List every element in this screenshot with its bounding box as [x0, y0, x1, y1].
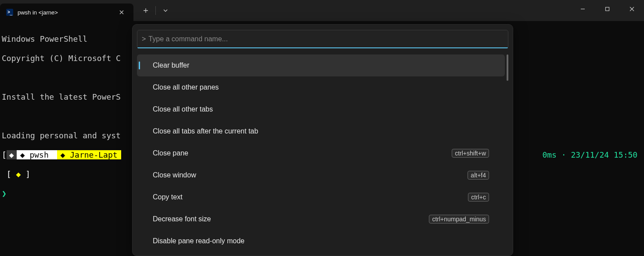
- command-search-wrap[interactable]: >: [137, 30, 508, 48]
- command-item-label: Close window: [153, 171, 196, 179]
- command-item-label: Close pane: [153, 149, 188, 157]
- command-item-label: Decrease font size: [153, 215, 211, 223]
- svg-rect-0: [605, 7, 609, 11]
- command-item[interactable]: Disable pane read-only mode: [137, 230, 505, 252]
- command-item[interactable]: Copy textctrl+c: [137, 186, 505, 208]
- command-item-label: Close all other panes: [153, 83, 219, 91]
- command-item[interactable]: Decrease font sizectrl+numpad_minus: [137, 208, 505, 230]
- minimize-button[interactable]: [570, 0, 595, 18]
- tab-dropdown-button[interactable]: [157, 0, 174, 21]
- chevron-down-icon: [163, 8, 168, 13]
- command-item[interactable]: Close all other panes: [137, 76, 505, 98]
- tab-actions: [137, 0, 174, 21]
- new-tab-button[interactable]: [137, 0, 155, 21]
- keyboard-shortcut: ctrl+numpad_minus: [429, 215, 489, 224]
- command-palette: > Clear bufferClose all other panesClose…: [132, 24, 513, 256]
- command-item-label: Close all tabs after the current tab: [153, 127, 258, 135]
- command-item-label: Disable pane read-only mode: [153, 237, 245, 245]
- command-item-label: Copy text: [153, 193, 183, 201]
- command-results: Clear bufferClose all other panesClose a…: [137, 54, 508, 256]
- keyboard-shortcut: alt+f4: [468, 171, 489, 180]
- maximize-icon: [605, 7, 610, 11]
- command-item[interactable]: Close all other tabs: [137, 98, 505, 120]
- close-icon: [630, 7, 634, 11]
- command-item[interactable]: Close windowalt+f4: [137, 164, 505, 186]
- tab-active[interactable]: pwsh in <jarne>: [0, 4, 133, 21]
- keyboard-shortcut: ctrl+c: [468, 193, 489, 202]
- command-item[interactable]: Clear buffer: [137, 54, 505, 76]
- maximize-button[interactable]: [595, 0, 619, 18]
- command-item-label: Close all other tabs: [153, 105, 213, 113]
- tab-close-button[interactable]: [115, 6, 128, 19]
- scrollbar-thumb[interactable]: [507, 54, 508, 81]
- window-close-button[interactable]: [619, 0, 644, 18]
- window-controls: [570, 0, 644, 18]
- command-search-input[interactable]: [148, 35, 504, 43]
- close-icon: [119, 10, 124, 14]
- command-item-label: Clear buffer: [153, 61, 189, 69]
- divider: [155, 6, 156, 15]
- tab-title: pwsh in <jarne>: [18, 9, 111, 16]
- titlebar: pwsh in <jarne>: [0, 0, 644, 21]
- keyboard-shortcut: ctrl+shift+w: [452, 149, 489, 158]
- powershell-icon: [6, 9, 13, 16]
- minimize-icon: [580, 7, 585, 11]
- prompt-left: [◆◆ pwsh ◆ Jarne-Lapt: [2, 150, 121, 160]
- search-prefix: >: [142, 35, 146, 43]
- scrollbar[interactable]: [506, 54, 508, 256]
- command-item[interactable]: Close all tabs after the current tab: [137, 120, 505, 142]
- prompt-right: 0ms · 23/11/24 15:50: [542, 150, 642, 160]
- command-item[interactable]: Close panectrl+shift+w: [137, 142, 505, 164]
- plus-icon: [143, 8, 148, 13]
